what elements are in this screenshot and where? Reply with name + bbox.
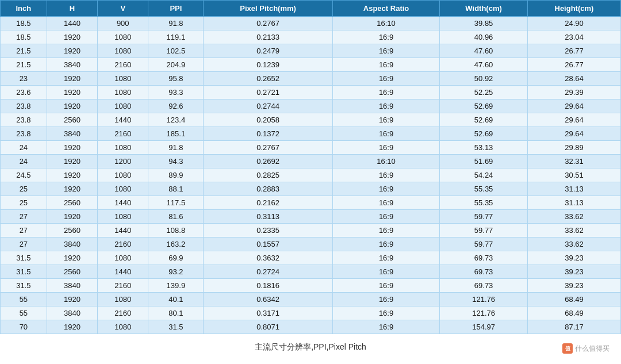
table-cell: 1920: [47, 44, 97, 58]
table-cell: 0.2767: [204, 141, 332, 155]
table-cell: 3840: [47, 306, 97, 320]
table-cell: 2560: [47, 196, 97, 210]
table-cell: 204.9: [148, 58, 204, 72]
table-cell: 0.2724: [204, 265, 332, 279]
table-cell: 21.5: [1, 58, 47, 72]
table-cell: 1080: [98, 141, 148, 155]
table-cell: 1080: [98, 210, 148, 224]
header-cell: Width(cm): [440, 1, 528, 17]
table-cell: 2160: [98, 306, 148, 320]
table-cell: 31.13: [527, 182, 620, 196]
table-cell: 16:9: [332, 237, 439, 251]
footer-section: 主流尺寸分辨率,PPI,Pixel Pitch 值 什么值得买: [0, 334, 621, 356]
table-cell: 1080: [98, 293, 148, 306]
header-cell: PPI: [148, 1, 204, 17]
table-cell: 95.8: [148, 72, 204, 86]
table-cell: 68.49: [527, 306, 620, 320]
table-cell: 1080: [98, 182, 148, 196]
table-cell: 59.77: [440, 237, 528, 251]
header-cell: V: [98, 1, 148, 17]
table-cell: 1440: [47, 17, 97, 30]
table-cell: 23: [1, 72, 47, 86]
table-cell: 0.2883: [204, 182, 332, 196]
table-cell: 3840: [47, 127, 97, 141]
table-cell: 24: [1, 155, 47, 168]
table-cell: 900: [98, 17, 148, 30]
table-cell: 1920: [47, 86, 97, 99]
table-cell: 39.85: [440, 17, 528, 30]
table-cell: 39.23: [527, 251, 620, 265]
table-row: 23.825601440123.40.205816:952.6929.64: [1, 113, 621, 127]
table-cell: 40.1: [148, 293, 204, 306]
table-cell: 27: [1, 210, 47, 224]
table-row: 2725601440108.80.233516:959.7733.62: [1, 224, 621, 237]
table-cell: 23.8: [1, 127, 47, 141]
table-cell: 1920: [47, 168, 97, 182]
table-cell: 16:9: [332, 30, 439, 44]
table-cell: 1080: [98, 72, 148, 86]
watermark-icon: 值: [562, 343, 573, 354]
table-cell: 51.69: [440, 155, 528, 168]
table-cell: 0.2767: [204, 17, 332, 30]
table-cell: 52.69: [440, 113, 528, 127]
table-cell: 1440: [98, 113, 148, 127]
table-cell: 30.51: [527, 168, 620, 182]
table-cell: 28.64: [527, 72, 620, 86]
table-cell: 2160: [98, 237, 148, 251]
table-cell: 23.8: [1, 99, 47, 113]
table-cell: 16:9: [332, 72, 439, 86]
table-cell: 0.2825: [204, 168, 332, 182]
table-cell: 80.1: [148, 306, 204, 320]
table-row: 2738402160163.20.155716:959.7733.62: [1, 237, 621, 251]
table-cell: 29.64: [527, 99, 620, 113]
table-cell: 16:9: [332, 99, 439, 113]
watermark-text: 什么值得买: [575, 344, 610, 354]
header-cell: H: [47, 1, 97, 17]
watermark: 值 什么值得买: [562, 343, 610, 354]
table-cell: 16:9: [332, 320, 439, 334]
table-cell: 29.89: [527, 141, 620, 155]
table-cell: 92.6: [148, 99, 204, 113]
table-row: 21.519201080102.50.247916:947.6026.77: [1, 44, 621, 58]
table-cell: 1440: [98, 265, 148, 279]
data-table: InchHVPPIPixel Pitch(mm)Aspect RatioWidt…: [0, 0, 621, 334]
table-cell: 121.76: [440, 293, 528, 306]
header-cell: Inch: [1, 1, 47, 17]
table-cell: 29.39: [527, 86, 620, 99]
table-cell: 1080: [98, 320, 148, 334]
table-cell: 69.9: [148, 251, 204, 265]
table-cell: 16:9: [332, 58, 439, 72]
table-cell: 29.64: [527, 127, 620, 141]
table-cell: 59.77: [440, 224, 528, 237]
table-row: 701920108031.50.807116:9154.9787.17: [1, 320, 621, 334]
table-cell: 25: [1, 182, 47, 196]
header-cell: Aspect Ratio: [332, 1, 439, 17]
table-cell: 1080: [98, 30, 148, 44]
table-cell: 163.2: [148, 237, 204, 251]
table-cell: 0.2721: [204, 86, 332, 99]
table-cell: 24.5: [1, 168, 47, 182]
table-cell: 0.2162: [204, 196, 332, 210]
table-cell: 70: [1, 320, 47, 334]
table-cell: 0.3171: [204, 306, 332, 320]
table-cell: 16:9: [332, 127, 439, 141]
table-cell: 16:9: [332, 168, 439, 182]
table-cell: 3840: [47, 58, 97, 72]
table-cell: 0.2692: [204, 155, 332, 168]
table-cell: 18.5: [1, 30, 47, 44]
table-cell: 31.5: [148, 320, 204, 334]
table-cell: 24: [1, 141, 47, 155]
table-cell: 27: [1, 237, 47, 251]
table-cell: 1920: [47, 320, 97, 334]
table-cell: 16:9: [332, 113, 439, 127]
table-cell: 0.8071: [204, 320, 332, 334]
table-cell: 0.2652: [204, 72, 332, 86]
table-cell: 117.5: [148, 196, 204, 210]
table-cell: 21.5: [1, 44, 47, 58]
table-cell: 27: [1, 224, 47, 237]
table-cell: 55: [1, 306, 47, 320]
table-cell: 0.2744: [204, 99, 332, 113]
table-cell: 1080: [98, 44, 148, 58]
table-cell: 16:9: [332, 196, 439, 210]
table-row: 31.51920108069.90.363216:969.7339.23: [1, 251, 621, 265]
